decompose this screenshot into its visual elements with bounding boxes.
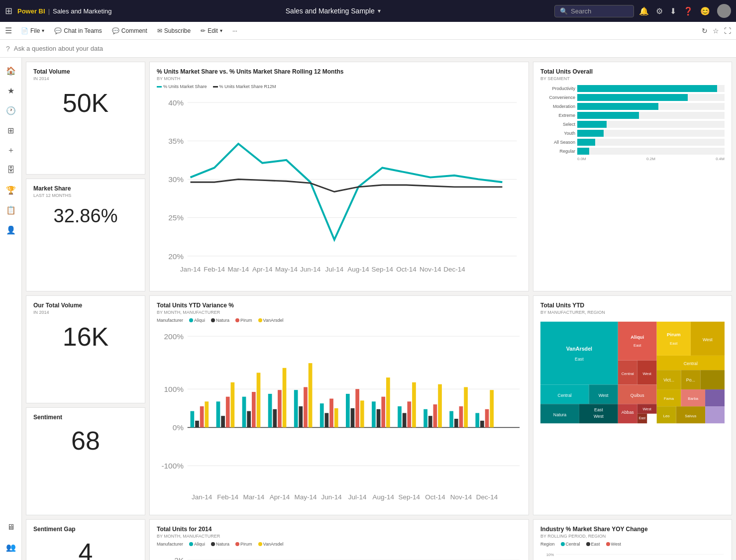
svg-rect-73 xyxy=(464,387,468,427)
chevron-down-icon[interactable]: ▾ xyxy=(378,7,381,14)
bar-track-moderation xyxy=(577,103,725,110)
sentiment-gap-tile: Sentiment Gap 4 xyxy=(26,519,145,560)
settings-icon[interactable]: ⚙ xyxy=(656,6,663,16)
svg-text:Aug-14: Aug-14 xyxy=(347,266,369,273)
secondary-navigation: ☰ 📄 File ▾ 💬 Chat in Teams 💬 Comment ✉ S… xyxy=(0,22,736,40)
bar-track-extreme xyxy=(577,112,725,119)
svg-text:Nov-14: Nov-14 xyxy=(420,266,441,273)
svg-rect-45 xyxy=(283,368,287,428)
total-volume-value: 50K xyxy=(33,84,138,122)
bar-fill-regular xyxy=(577,148,589,155)
sidebar-create-icon[interactable]: ＋ xyxy=(2,141,20,159)
sidebar-people2-icon[interactable]: 👥 xyxy=(2,538,20,556)
sidebar-home-icon[interactable]: 🏠 xyxy=(2,62,20,80)
treemap-container: VanArsdel East Central West Natura East xyxy=(540,318,725,427)
svg-text:Feb-14: Feb-14 xyxy=(204,266,225,273)
svg-rect-31 xyxy=(195,421,199,428)
bar-fill-allseason xyxy=(577,139,595,146)
search-box[interactable]: 🔍 Search xyxy=(554,5,634,17)
total-volume-subtitle: IN 2014 xyxy=(33,76,138,81)
svg-text:Natura: Natura xyxy=(553,412,566,417)
market-share-chart-subtitle: BY MONTH xyxy=(157,76,522,81)
ytd-legend: Manufacturer Aliqui Natura Pirum VanArsd… xyxy=(157,318,522,323)
account-icon[interactable]: 😊 xyxy=(700,6,710,16)
total-units-2014-tile: Total Units for 2014 BY MONTH, MANUFACTU… xyxy=(149,519,529,560)
qa-input[interactable] xyxy=(14,45,163,52)
sidebar-recent-icon[interactable]: 🕐 xyxy=(2,101,20,119)
market-share-subtitle: LAST 12 MONTHS xyxy=(33,193,138,198)
our-total-volume-title: Our Total Volume xyxy=(33,302,138,309)
edit-button[interactable]: ✏ Edit ▾ xyxy=(197,25,226,36)
sentiment-gap-value: 4 xyxy=(33,534,138,560)
sentiment-value: 68 xyxy=(33,422,138,460)
sidebar-metrics-icon[interactable]: 🏆 xyxy=(2,181,20,199)
favorite-icon[interactable]: ☆ xyxy=(713,27,719,35)
svg-text:Dec-14: Dec-14 xyxy=(476,493,498,501)
sidebar-apps-icon[interactable]: ⊞ xyxy=(2,121,20,139)
svg-rect-137 xyxy=(705,389,725,406)
svg-rect-49 xyxy=(309,363,313,427)
svg-rect-75 xyxy=(480,421,484,428)
svg-rect-65 xyxy=(412,382,416,428)
svg-text:Barba: Barba xyxy=(688,396,698,401)
u2014-pirum-dot xyxy=(235,542,239,546)
bar-row-allseason: All Season xyxy=(540,139,725,146)
bar-fill-convenience xyxy=(577,94,688,101)
subscribe-button[interactable]: ✉ Subscribe xyxy=(153,25,195,36)
svg-rect-68 xyxy=(433,404,437,427)
units2014-vanarsdel: VanArsdel xyxy=(258,542,284,547)
bar-label-regular: Regular xyxy=(540,149,575,154)
svg-text:West: West xyxy=(642,372,651,376)
sidebar-workspaces-icon[interactable]: 📋 xyxy=(2,201,20,219)
top-navigation: ⊞ Power BI | Sales and Marketing Sales a… xyxy=(0,0,736,22)
file-button[interactable]: 📄 File ▾ xyxy=(17,25,48,36)
refresh-icon[interactable]: ↻ xyxy=(702,27,708,35)
brand-separator: | xyxy=(48,7,50,15)
chat-in-teams-button[interactable]: 💬 Chat in Teams xyxy=(50,25,105,36)
report-title-area[interactable]: Sales and Marketing Sample ▾ xyxy=(117,7,549,15)
axis-label-04: 0.4M xyxy=(716,157,725,161)
ytd-legend-vanarsdel: VanArsdel xyxy=(258,318,284,323)
app-grid-icon[interactable]: ⊞ xyxy=(5,5,12,16)
fullscreen-icon[interactable]: ⛶ xyxy=(724,27,731,35)
units2014-natura: Natura xyxy=(211,542,229,547)
svg-text:Oct-14: Oct-14 xyxy=(396,266,417,273)
total-volume-title: Total Volume xyxy=(33,68,138,75)
hamburger-icon[interactable]: ☰ xyxy=(5,26,12,35)
sentiment-gap-title: Sentiment Gap xyxy=(33,526,138,533)
total-units-overall-subtitle: BY SEGMENT xyxy=(540,76,725,81)
bell-icon[interactable]: 🔔 xyxy=(639,6,649,16)
h-bar-chart: Productivity Convenience Moderation xyxy=(540,85,725,161)
file-label: File xyxy=(30,27,40,34)
bar-row-moderation: Moderation xyxy=(540,103,725,110)
bar-track-select xyxy=(577,121,725,128)
user-avatar[interactable] xyxy=(717,4,731,18)
bar-row-select: Select xyxy=(540,121,725,128)
svg-rect-44 xyxy=(278,390,282,427)
svg-text:Central: Central xyxy=(558,392,572,397)
svg-rect-72 xyxy=(459,406,463,427)
row2-left-col: Our Total Volume IN 2014 16K Sentiment 6… xyxy=(26,295,145,516)
svg-rect-43 xyxy=(273,409,277,428)
u2014-natura-dot xyxy=(211,542,215,546)
svg-text:Central: Central xyxy=(684,361,698,366)
industry-market-share-subtitle: BY ROLLING PERIOD, REGION xyxy=(540,534,725,539)
svg-text:East: East xyxy=(594,407,603,412)
svg-text:10%: 10% xyxy=(546,553,554,557)
svg-rect-39 xyxy=(247,411,251,427)
sidebar-favorites-icon[interactable]: ★ xyxy=(2,82,20,99)
bar-label-allseason: All Season xyxy=(540,140,575,145)
download-icon[interactable]: ⬇ xyxy=(670,6,676,16)
vanarsdel-dot xyxy=(258,318,262,322)
industry-chart: 10% 5% 0% -5% -10% xyxy=(540,549,725,560)
bar-fill-extreme xyxy=(577,112,639,119)
sidebar-monitor-icon[interactable]: 🖥 xyxy=(2,518,20,536)
sidebar-datahub-icon[interactable]: 🗄 xyxy=(2,161,20,179)
market-share-chart-title: % Units Market Share vs. % Units Market … xyxy=(157,68,522,75)
comment-button[interactable]: 💬 Comment xyxy=(108,25,151,36)
help-icon[interactable]: ❓ xyxy=(683,6,693,16)
sidebar-people-icon[interactable]: 👤 xyxy=(2,221,20,239)
market-share-value: 32.86% xyxy=(33,201,138,232)
svg-text:Nov-14: Nov-14 xyxy=(450,493,472,501)
more-options-button[interactable]: ··· xyxy=(228,25,241,36)
